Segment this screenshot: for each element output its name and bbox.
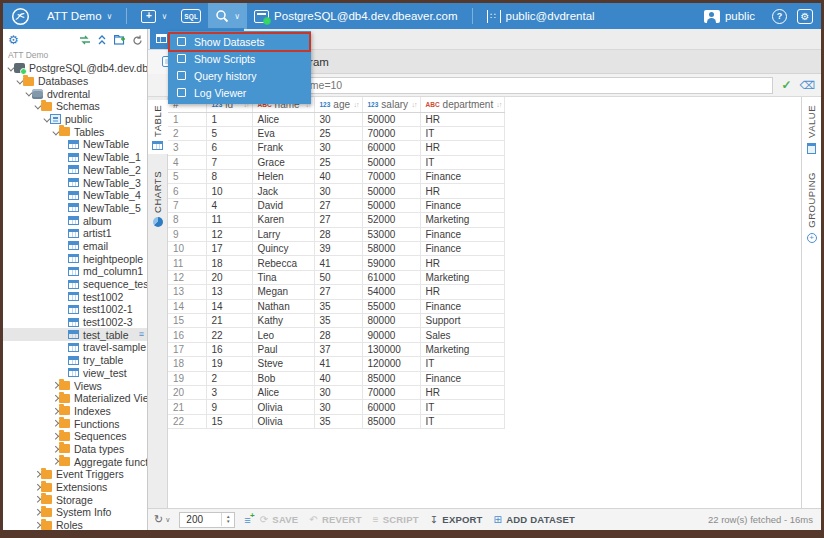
data-cell[interactable]: Frank [252,141,314,155]
data-cell[interactable]: Alice [252,385,314,399]
data-cell[interactable]: Grace [252,155,314,169]
tree-item[interactable]: Schemas [3,100,147,113]
data-cell[interactable]: Marketing [420,342,505,356]
data-cell[interactable]: 37 [314,342,362,356]
data-cell[interactable]: IT [420,357,505,371]
row-number-cell[interactable]: 13 [168,285,206,299]
data-cell[interactable]: 30 [314,400,362,414]
tree-item[interactable]: album [3,214,147,227]
tree-item[interactable]: Aggregate functions [3,455,147,468]
data-cell[interactable]: 30 [314,184,362,198]
tree-item[interactable]: Indexes [3,405,147,418]
tree-expand-icon[interactable] [15,79,23,84]
data-cell[interactable]: 30 [314,385,362,399]
tree-item[interactable]: heightpeople [3,252,147,265]
apply-filter-icon[interactable]: ✓ [781,78,791,92]
data-cell[interactable]: 50000 [362,155,420,169]
navigator-settings-icon[interactable]: ⚙ [8,33,19,47]
tree-item[interactable]: NewTable_1 [3,151,147,164]
tree-expand-icon[interactable] [51,409,59,414]
row-number-cell[interactable]: 17 [168,342,206,356]
row-number-cell[interactable]: 10 [168,242,206,256]
data-cell[interactable]: 52000 [362,213,420,227]
data-cell[interactable]: HR [420,184,505,198]
tree-item[interactable]: Data types [3,443,147,456]
data-cell[interactable]: 61000 [362,270,420,284]
tree-item[interactable]: view_test [3,367,147,380]
row-number-cell[interactable]: 4 [168,155,206,169]
data-cell[interactable]: 11 [206,213,252,227]
tree-item[interactable]: test1002-3 [3,316,147,329]
new-sql-editor-button[interactable]: SQL [174,3,208,29]
workspace-switcher[interactable]: ATT Demo ∨ [40,3,119,29]
row-number-cell[interactable]: 9 [168,227,206,241]
data-cell[interactable]: 5 [206,126,252,140]
row-number-cell[interactable]: 3 [168,141,206,155]
tree-expand-icon[interactable] [6,66,14,71]
schema-selector[interactable]: ∷ public@dvdrental [480,3,602,29]
data-cell[interactable]: 59000 [362,256,420,270]
data-cell[interactable]: Leo [252,328,314,342]
data-cell[interactable]: 60000 [362,400,420,414]
tree-expand-icon[interactable] [51,447,59,452]
tree-expand-icon[interactable] [24,91,32,96]
data-cell[interactable]: 7 [206,155,252,169]
data-cell[interactable]: HR [420,256,505,270]
tree-item[interactable]: PostgreSQL@db4.dev.dbe... [3,62,147,75]
tree-expand-icon[interactable] [51,130,59,135]
data-cell[interactable]: Finance [420,198,505,212]
row-number-cell[interactable]: 15 [168,313,206,327]
data-cell[interactable]: Helen [252,170,314,184]
data-cell[interactable]: 13 [206,285,252,299]
data-cell[interactable]: Marketing [420,213,505,227]
export-button[interactable]: ↧EXPORT [430,514,483,525]
tree-item[interactable]: sequence_test [3,278,147,291]
tree-item[interactable]: NewTable_4 [3,189,147,202]
tree-item[interactable]: try_table [3,354,147,367]
data-cell[interactable]: 41 [314,357,362,371]
checkbox-icon[interactable] [177,54,186,63]
row-number-cell[interactable]: 6 [168,184,206,198]
data-cell[interactable]: David [252,198,314,212]
tree-expand-icon[interactable] [33,497,41,502]
menu-item-log-viewer[interactable]: Log Viewer [168,84,311,101]
data-cell[interactable]: 12 [206,227,252,241]
presentation-tab-table[interactable]: TABLE [148,100,168,154]
data-cell[interactable]: 50000 [362,184,420,198]
collapse-all-icon[interactable] [97,35,108,45]
data-cell[interactable]: 14 [206,299,252,313]
data-cell[interactable]: Finance [420,242,505,256]
settings-button[interactable]: ⚙ [797,9,813,24]
menu-item-show-datasets[interactable]: Show Datasets [168,33,311,50]
tree-item[interactable]: Materialized Views [3,392,147,405]
data-cell[interactable]: 90000 [362,328,420,342]
data-cell[interactable]: Megan [252,285,314,299]
add-row-icon[interactable]: ≡ [244,514,250,526]
row-number-cell[interactable]: 11 [168,256,206,270]
row-number-cell[interactable]: 8 [168,213,206,227]
data-cell[interactable]: Finance [420,170,505,184]
tree-item[interactable]: test1002 [3,290,147,303]
data-cell[interactable]: 60000 [362,141,420,155]
row-number-cell[interactable]: 22 [168,414,206,428]
row-number-cell[interactable]: 21 [168,400,206,414]
tree-item[interactable]: Event Triggers [3,468,147,481]
data-cell[interactable]: IT [420,414,505,428]
tree-item[interactable]: public [3,113,147,126]
panel-tab-value[interactable]: VALUE [806,105,817,154]
data-cell[interactable]: Olivia [252,400,314,414]
data-cell[interactable]: Tina [252,270,314,284]
data-cell[interactable]: 85000 [362,414,420,428]
data-cell[interactable]: 53000 [362,227,420,241]
data-cell[interactable]: 6 [206,141,252,155]
data-cell[interactable]: 55000 [362,299,420,313]
row-number-cell[interactable]: 1 [168,112,206,126]
data-cell[interactable]: Larry [252,227,314,241]
data-cell[interactable]: Sales [420,328,505,342]
tree-expand-icon[interactable] [51,421,59,426]
data-cell[interactable]: 28 [314,328,362,342]
sort-icon[interactable]: ↓↑ [354,101,359,108]
data-cell[interactable]: 1 [206,112,252,126]
data-cell[interactable]: Support [420,313,505,327]
row-number-cell[interactable]: 2 [168,126,206,140]
